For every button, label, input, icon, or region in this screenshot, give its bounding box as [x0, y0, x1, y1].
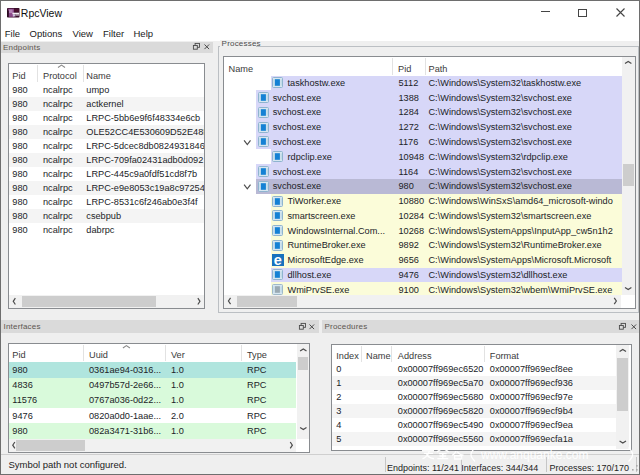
svg-text:www.anquanke.com: www.anquanke.com	[480, 448, 588, 462]
